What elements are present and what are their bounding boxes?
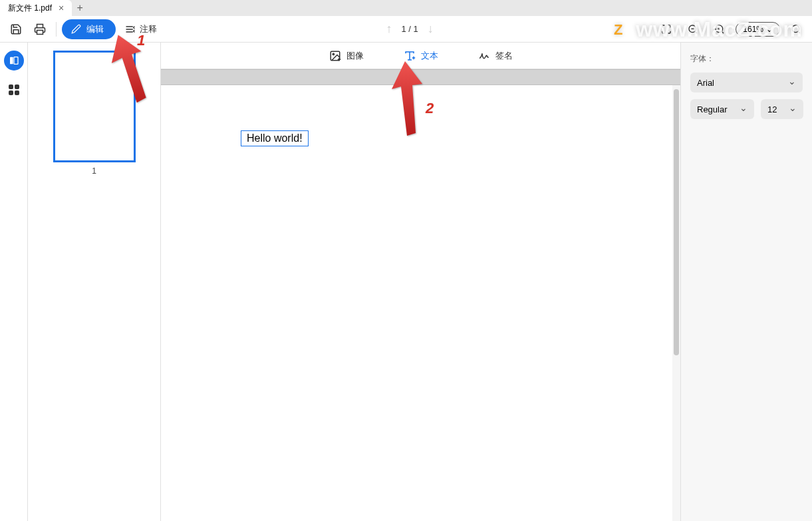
fullscreen-icon	[661, 24, 672, 35]
pencil-icon	[71, 24, 81, 34]
new-tab-button[interactable]: +	[72, 0, 88, 16]
svg-rect-11	[14, 57, 18, 65]
zoom-out-icon	[688, 24, 698, 35]
font-label: 字体：	[690, 53, 803, 65]
zoom-level-dropdown[interactable]: 161% ⌄	[736, 22, 780, 37]
svg-line-5	[722, 31, 724, 33]
grid-view-button[interactable]	[4, 80, 24, 100]
insert-image-button[interactable]: 图像	[329, 50, 364, 62]
zoom-level: 161%	[743, 25, 763, 34]
svg-line-2	[695, 31, 697, 33]
insert-signature-button[interactable]: 签名	[478, 50, 513, 62]
font-weight-select[interactable]: Regular	[690, 99, 754, 119]
svg-line-9	[798, 31, 800, 33]
zoom-out-button[interactable]	[682, 19, 704, 40]
font-size-select[interactable]: 12	[761, 99, 803, 119]
annotate-icon	[125, 24, 136, 35]
fullscreen-button[interactable]	[656, 19, 677, 40]
image-icon	[329, 50, 341, 62]
prev-page-button[interactable]: ↑	[386, 22, 392, 36]
main-area: 1 图像 文本 签名 Hello world! 字体：	[0, 43, 812, 521]
properties-panel: 字体： Arial Regular 12	[680, 43, 812, 521]
top-toolbar: 编辑 注释 ↑ 1 / 1 ↓ 161% ⌄	[0, 16, 812, 43]
sidebar-icon	[9, 55, 19, 66]
left-rail	[0, 43, 28, 521]
edit-label: 编辑	[86, 23, 104, 35]
vertical-scrollbar[interactable]	[674, 89, 679, 355]
text-edit-box[interactable]: Hello world!	[241, 130, 309, 146]
save-icon	[10, 23, 22, 35]
signature-label: 签名	[495, 50, 513, 62]
canvas[interactable]: Hello world!	[161, 69, 680, 521]
next-page-button[interactable]: ↓	[428, 22, 434, 36]
annotation-number-2: 2	[426, 100, 434, 117]
svg-rect-0	[37, 30, 43, 34]
zoom-in-icon	[714, 24, 725, 35]
thumbnails-panel-button[interactable]	[4, 51, 24, 71]
signature-icon	[478, 50, 490, 62]
page-thumbnail-1[interactable]	[53, 51, 136, 162]
chevron-down-icon: ⌄	[766, 25, 773, 34]
annotation-number-1: 1	[137, 32, 145, 49]
document-tab[interactable]: 新文件 1.pdf ×	[0, 0, 72, 16]
font-family-select[interactable]: Arial	[690, 73, 803, 92]
thumbnail-number: 1	[92, 166, 96, 176]
save-button[interactable]	[5, 19, 27, 40]
page-number[interactable]: 1 / 1	[401, 24, 418, 34]
image-label: 图像	[346, 50, 364, 62]
zoom-in-button[interactable]	[709, 19, 730, 40]
edit-sub-toolbar: 图像 文本 签名	[161, 43, 680, 69]
divider	[56, 22, 57, 37]
print-button[interactable]	[29, 19, 51, 40]
thumbnail-panel: 1	[28, 43, 161, 521]
svg-point-13	[333, 53, 334, 55]
page-navigation: ↑ 1 / 1 ↓	[386, 22, 433, 36]
insert-text-button[interactable]: 文本	[404, 50, 438, 62]
pdf-page[interactable]: Hello world!	[161, 85, 672, 521]
page-gap	[161, 69, 680, 85]
text-icon	[404, 50, 416, 62]
edit-button[interactable]: 编辑	[62, 19, 116, 39]
tab-bar: 新文件 1.pdf × +	[0, 0, 812, 16]
tab-title: 新文件 1.pdf	[8, 3, 52, 14]
print-icon	[34, 23, 46, 35]
svg-point-8	[792, 25, 799, 33]
document-area: 图像 文本 签名 Hello world!	[161, 43, 680, 521]
search-icon	[791, 24, 801, 35]
grid-icon	[9, 85, 19, 95]
svg-rect-10	[10, 57, 13, 65]
close-tab-icon[interactable]: ×	[59, 3, 64, 13]
search-button[interactable]	[785, 19, 807, 40]
text-label: 文本	[421, 50, 438, 62]
